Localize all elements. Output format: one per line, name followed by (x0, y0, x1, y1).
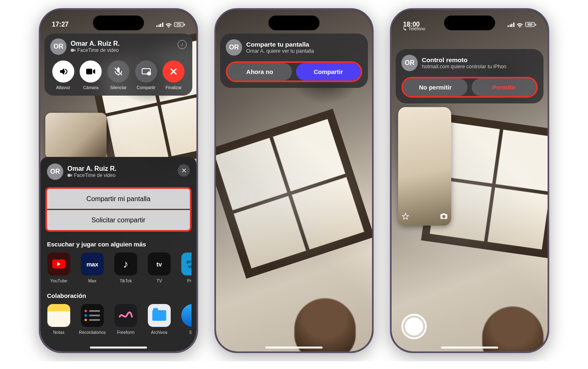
wifi-icon (165, 22, 172, 27)
accept-share-button[interactable]: Compartir (296, 63, 361, 81)
svg-rect-7 (68, 174, 71, 177)
collab-apps-row: Notas Recordatorios Freeform Archivos S… (45, 304, 192, 335)
battery-icon: 60 (525, 22, 536, 27)
end-label: Finalizar (165, 85, 182, 90)
self-view-pip[interactable] (398, 107, 451, 226)
speaker-button[interactable] (52, 60, 74, 83)
reminders-app-icon[interactable] (81, 304, 104, 327)
prime-video-app-icon[interactable]: primevide (181, 253, 192, 275)
banner-buttons-highlight: Ahora no Compartir (226, 61, 362, 82)
svg-rect-0 (71, 49, 74, 52)
status-time: 18:00 (403, 21, 420, 28)
banner-avatar: OR (401, 55, 418, 71)
camera-button[interactable] (80, 60, 102, 83)
app-label: Freeform (117, 330, 135, 335)
banner-avatar: OR (226, 39, 242, 56)
dynamic-island (269, 16, 320, 30)
remote-control-banner: OR Control remoto hotmail.com quiere con… (396, 49, 543, 103)
sheet-avatar: OR (47, 163, 63, 180)
decline-button[interactable]: Ahora no (227, 63, 292, 81)
status-time: 17:27 (52, 21, 69, 28)
app-label: S… (189, 330, 192, 335)
banner-title: Comparte tu pantalla (246, 41, 314, 48)
svg-point-4 (147, 72, 151, 75)
share-sheet: OR Omar A. Ruiz R. FaceTime de video ✕ C… (40, 157, 196, 351)
app-label: Max (88, 278, 96, 283)
camera-flip-icon[interactable] (440, 212, 448, 222)
collaboration-title: Colaboración (47, 292, 190, 299)
app-label: Archivos (151, 330, 167, 335)
home-indicator[interactable] (441, 347, 498, 349)
phone-2: OR Comparte tu pantalla Omar A. quiere v… (214, 8, 374, 353)
mute-label: Silenciar (110, 85, 127, 90)
mute-button[interactable] (107, 60, 129, 83)
caller-avatar[interactable]: OR (50, 38, 67, 55)
speaker-label: Altavoz (56, 85, 70, 90)
camera-label: Cámara (83, 85, 98, 90)
play-together-title: Escuchar y jugar con alguien más (47, 241, 190, 248)
request-share-button[interactable]: Solicitar compartir (47, 209, 190, 230)
app-label: TikTok (120, 278, 132, 283)
max-app-icon[interactable]: max (81, 253, 104, 275)
svg-marker-8 (403, 213, 409, 219)
files-app-icon[interactable] (148, 304, 171, 327)
close-sheet-button[interactable]: ✕ (178, 164, 190, 177)
caller-name: Omar A. Ruiz R. (71, 40, 120, 47)
appletv-app-icon[interactable]: tv (148, 253, 171, 275)
app-label: TV (156, 278, 162, 283)
banner-subtitle: hotmail.com quiere controlar tu iPhon (422, 64, 506, 69)
share-button[interactable] (135, 60, 157, 83)
home-indicator[interactable] (90, 347, 147, 349)
info-button[interactable]: i (178, 40, 187, 49)
phone-3: 18:00 60 Teléfono OR Control remoto hotm… (390, 8, 549, 353)
safari-app-icon[interactable] (181, 304, 192, 327)
freeform-app-icon[interactable] (114, 304, 137, 327)
share-options-highlight: Compartir mi pantalla Solicitar comparti… (45, 187, 192, 232)
banner-subtitle: Omar A. quiere ver tu pantalla (246, 48, 314, 54)
banner-buttons-highlight: No permitir Permitir (401, 77, 538, 98)
app-label: Notas (53, 330, 64, 335)
youtube-app-icon[interactable] (47, 253, 70, 275)
call-header-panel: OR Omar A. Ruiz R. FaceTime de video i A… (45, 34, 192, 96)
self-view-pip[interactable] (45, 113, 107, 159)
phone-1: 17:27 71 OR Omar A. Ruiz R. FaceTime de … (39, 8, 198, 353)
sheet-subtitle: FaceTime de video (67, 172, 116, 178)
app-label: YouTube (50, 278, 67, 283)
wifi-icon (517, 22, 523, 27)
battery-icon: 71 (174, 22, 185, 27)
home-indicator[interactable] (265, 347, 323, 349)
sheet-name: Omar A. Ruiz R. (67, 165, 116, 172)
app-label: Prime (187, 278, 192, 283)
banner-title: Control remoto (422, 56, 506, 64)
end-call-button[interactable] (163, 60, 185, 83)
dynamic-island (444, 16, 495, 30)
share-label: Compartir (137, 85, 156, 90)
effects-icon[interactable] (401, 212, 410, 222)
cellular-icon (508, 22, 514, 27)
allow-button[interactable]: Permitir (472, 78, 536, 96)
caller-subtitle: FaceTime de video (71, 47, 120, 53)
share-my-screen-button[interactable]: Compartir mi pantalla (47, 189, 190, 209)
dynamic-island (93, 16, 144, 30)
notes-app-icon[interactable] (47, 304, 70, 327)
svg-rect-1 (86, 69, 92, 74)
play-apps-row: YouTube maxMax ♪TikTok tvTV primevidePri… (45, 253, 192, 283)
tiktok-app-icon[interactable]: ♪ (114, 253, 137, 275)
deny-button[interactable]: No permitir (403, 78, 468, 96)
shutter-button[interactable] (401, 314, 427, 339)
cellular-icon (156, 22, 163, 27)
app-label: Recordatorios (79, 330, 105, 335)
share-request-banner: OR Comparte tu pantalla Omar A. quiere v… (220, 34, 368, 88)
